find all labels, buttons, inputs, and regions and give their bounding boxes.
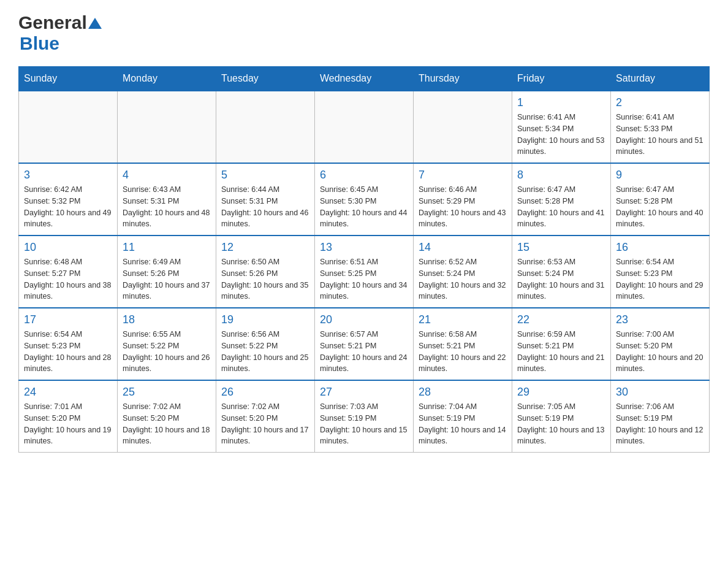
calendar-cell: 17Sunrise: 6:54 AM Sunset: 5:23 PM Dayli… [19, 308, 118, 380]
calendar-cell: 6Sunrise: 6:45 AM Sunset: 5:30 PM Daylig… [315, 163, 414, 236]
calendar-header-row: Sunday Monday Tuesday Wednesday Thursday… [19, 67, 710, 91]
day-number: 24 [24, 386, 112, 399]
calendar-cell: 20Sunrise: 6:57 AM Sunset: 5:21 PM Dayli… [315, 308, 414, 380]
day-number: 1 [517, 96, 605, 109]
day-info: Sunrise: 6:43 AM Sunset: 5:31 PM Dayligh… [123, 184, 211, 230]
week-row-2: 3Sunrise: 6:42 AM Sunset: 5:32 PM Daylig… [19, 163, 710, 236]
week-row-4: 17Sunrise: 6:54 AM Sunset: 5:23 PM Dayli… [19, 308, 710, 380]
day-info: Sunrise: 6:48 AM Sunset: 5:27 PM Dayligh… [24, 256, 112, 302]
day-info: Sunrise: 6:42 AM Sunset: 5:32 PM Dayligh… [24, 184, 112, 230]
calendar-cell: 18Sunrise: 6:55 AM Sunset: 5:22 PM Dayli… [118, 308, 216, 380]
day-info: Sunrise: 6:56 AM Sunset: 5:22 PM Dayligh… [221, 329, 309, 375]
calendar-cell: 10Sunrise: 6:48 AM Sunset: 5:27 PM Dayli… [19, 236, 118, 308]
day-number: 7 [419, 169, 507, 182]
day-number: 3 [24, 169, 112, 182]
day-info: Sunrise: 6:45 AM Sunset: 5:30 PM Dayligh… [320, 184, 408, 230]
calendar-cell: 14Sunrise: 6:52 AM Sunset: 5:24 PM Dayli… [414, 236, 512, 308]
day-info: Sunrise: 7:02 AM Sunset: 5:20 PM Dayligh… [221, 401, 309, 447]
day-info: Sunrise: 6:46 AM Sunset: 5:29 PM Dayligh… [419, 184, 507, 230]
day-info: Sunrise: 6:57 AM Sunset: 5:21 PM Dayligh… [320, 329, 408, 375]
day-info: Sunrise: 6:59 AM Sunset: 5:21 PM Dayligh… [517, 329, 605, 375]
calendar-cell: 15Sunrise: 6:53 AM Sunset: 5:24 PM Dayli… [512, 236, 611, 308]
day-info: Sunrise: 7:04 AM Sunset: 5:19 PM Dayligh… [419, 401, 507, 447]
day-number: 28 [419, 386, 507, 399]
calendar-table: Sunday Monday Tuesday Wednesday Thursday… [18, 66, 710, 453]
day-number: 16 [616, 241, 704, 254]
calendar-cell [315, 91, 414, 163]
logo-blue-text: Blue [20, 33, 59, 53]
col-monday: Monday [118, 67, 216, 91]
calendar-cell: 27Sunrise: 7:03 AM Sunset: 5:19 PM Dayli… [315, 380, 414, 453]
calendar-cell: 25Sunrise: 7:02 AM Sunset: 5:20 PM Dayli… [118, 380, 216, 453]
day-number: 14 [419, 241, 507, 254]
col-wednesday: Wednesday [315, 67, 414, 91]
week-row-3: 10Sunrise: 6:48 AM Sunset: 5:27 PM Dayli… [19, 236, 710, 308]
logo-triangle-icon [88, 17, 102, 30]
day-number: 17 [24, 313, 112, 326]
col-tuesday: Tuesday [216, 67, 315, 91]
page-header: General Blue [18, 12, 710, 54]
calendar-cell [216, 91, 315, 163]
logo: General Blue [18, 12, 102, 54]
col-friday: Friday [512, 67, 611, 91]
day-info: Sunrise: 6:44 AM Sunset: 5:31 PM Dayligh… [221, 184, 309, 230]
day-info: Sunrise: 6:41 AM Sunset: 5:33 PM Dayligh… [616, 112, 704, 158]
day-info: Sunrise: 6:58 AM Sunset: 5:21 PM Dayligh… [419, 329, 507, 375]
day-number: 13 [320, 241, 408, 254]
day-number: 20 [320, 313, 408, 326]
day-info: Sunrise: 6:47 AM Sunset: 5:28 PM Dayligh… [616, 184, 704, 230]
calendar-cell: 30Sunrise: 7:06 AM Sunset: 5:19 PM Dayli… [611, 380, 710, 453]
calendar-cell: 29Sunrise: 7:05 AM Sunset: 5:19 PM Dayli… [512, 380, 611, 453]
day-number: 18 [123, 313, 211, 326]
day-info: Sunrise: 6:54 AM Sunset: 5:23 PM Dayligh… [24, 329, 112, 375]
day-info: Sunrise: 7:05 AM Sunset: 5:19 PM Dayligh… [517, 401, 605, 447]
day-info: Sunrise: 7:03 AM Sunset: 5:19 PM Dayligh… [320, 401, 408, 447]
day-number: 27 [320, 386, 408, 399]
day-number: 12 [221, 241, 309, 254]
day-number: 11 [123, 241, 211, 254]
calendar-cell: 9Sunrise: 6:47 AM Sunset: 5:28 PM Daylig… [611, 163, 710, 236]
day-number: 29 [517, 386, 605, 399]
calendar-cell: 12Sunrise: 6:50 AM Sunset: 5:26 PM Dayli… [216, 236, 315, 308]
calendar-cell: 19Sunrise: 6:56 AM Sunset: 5:22 PM Dayli… [216, 308, 315, 380]
calendar-cell: 24Sunrise: 7:01 AM Sunset: 5:20 PM Dayli… [19, 380, 118, 453]
day-number: 9 [616, 169, 704, 182]
calendar-cell: 21Sunrise: 6:58 AM Sunset: 5:21 PM Dayli… [414, 308, 512, 380]
calendar-cell: 16Sunrise: 6:54 AM Sunset: 5:23 PM Dayli… [611, 236, 710, 308]
calendar-cell: 22Sunrise: 6:59 AM Sunset: 5:21 PM Dayli… [512, 308, 611, 380]
calendar-cell: 4Sunrise: 6:43 AM Sunset: 5:31 PM Daylig… [118, 163, 216, 236]
day-number: 10 [24, 241, 112, 254]
day-number: 4 [123, 169, 211, 182]
day-number: 21 [419, 313, 507, 326]
calendar-cell: 13Sunrise: 6:51 AM Sunset: 5:25 PM Dayli… [315, 236, 414, 308]
day-info: Sunrise: 7:01 AM Sunset: 5:20 PM Dayligh… [24, 401, 112, 447]
day-info: Sunrise: 6:55 AM Sunset: 5:22 PM Dayligh… [123, 329, 211, 375]
svg-marker-0 [88, 18, 102, 29]
day-info: Sunrise: 7:06 AM Sunset: 5:19 PM Dayligh… [616, 401, 704, 447]
calendar-cell: 11Sunrise: 6:49 AM Sunset: 5:26 PM Dayli… [118, 236, 216, 308]
calendar-cell: 28Sunrise: 7:04 AM Sunset: 5:19 PM Dayli… [414, 380, 512, 453]
day-number: 30 [616, 386, 704, 399]
calendar-cell [414, 91, 512, 163]
day-info: Sunrise: 6:52 AM Sunset: 5:24 PM Dayligh… [419, 256, 507, 302]
day-number: 25 [123, 386, 211, 399]
calendar-cell: 1Sunrise: 6:41 AM Sunset: 5:34 PM Daylig… [512, 91, 611, 163]
logo-general-text: General [18, 12, 87, 33]
day-number: 2 [616, 96, 704, 109]
day-info: Sunrise: 6:47 AM Sunset: 5:28 PM Dayligh… [517, 184, 605, 230]
calendar-cell: 2Sunrise: 6:41 AM Sunset: 5:33 PM Daylig… [611, 91, 710, 163]
week-row-1: 1Sunrise: 6:41 AM Sunset: 5:34 PM Daylig… [19, 91, 710, 163]
calendar-cell [19, 91, 118, 163]
day-info: Sunrise: 6:49 AM Sunset: 5:26 PM Dayligh… [123, 256, 211, 302]
day-info: Sunrise: 6:50 AM Sunset: 5:26 PM Dayligh… [221, 256, 309, 302]
calendar-cell: 7Sunrise: 6:46 AM Sunset: 5:29 PM Daylig… [414, 163, 512, 236]
day-number: 6 [320, 169, 408, 182]
col-thursday: Thursday [414, 67, 512, 91]
calendar-cell [118, 91, 216, 163]
day-number: 22 [517, 313, 605, 326]
day-info: Sunrise: 6:51 AM Sunset: 5:25 PM Dayligh… [320, 256, 408, 302]
day-number: 5 [221, 169, 309, 182]
col-sunday: Sunday [19, 67, 118, 91]
day-number: 26 [221, 386, 309, 399]
day-info: Sunrise: 7:02 AM Sunset: 5:20 PM Dayligh… [123, 401, 211, 447]
